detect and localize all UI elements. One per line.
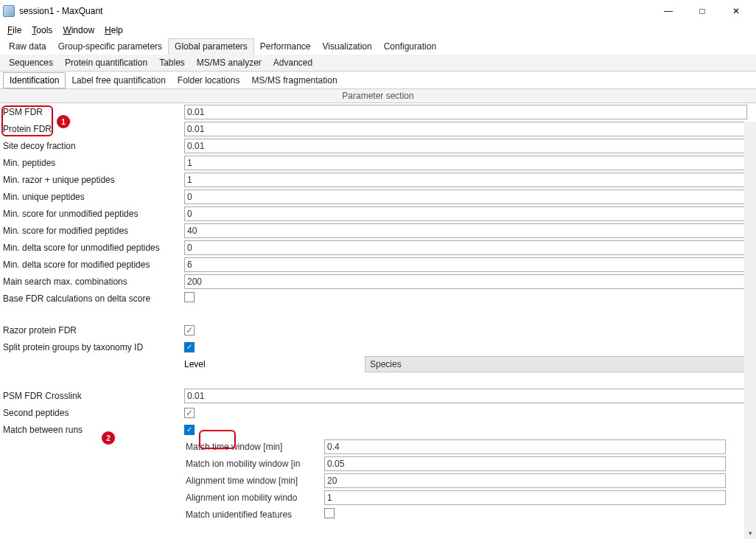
- title-bar: session1 - MaxQuant — □ ✕: [0, 0, 756, 22]
- psm-fdr-label: PSM FDR: [0, 107, 184, 117]
- tab-global-params[interactable]: Global parameters: [168, 38, 254, 55]
- protein-fdr-label: Protein FDR: [0, 124, 184, 134]
- align-ion-input[interactable]: [324, 490, 726, 505]
- min-score-m-input[interactable]: [184, 223, 747, 238]
- menu-help[interactable]: Help: [105, 25, 123, 35]
- scrollbar-track[interactable]: [744, 122, 756, 539]
- subtab-msms-analyzer[interactable]: MS/MS analyzer: [191, 55, 267, 70]
- menu-file[interactable]: File: [7, 25, 21, 35]
- parameter-section-header: Parameter section: [0, 88, 756, 103]
- tab-configuration[interactable]: Configuration: [378, 39, 442, 54]
- form-area: PSM FDR Protein FDR Site decoy fraction …: [0, 103, 756, 539]
- match-tw-label: Match time window [min]: [0, 442, 324, 452]
- maximize-button[interactable]: □: [685, 0, 719, 22]
- subtab-protein-quant[interactable]: Protein quantification: [59, 55, 153, 70]
- protein-fdr-input[interactable]: [184, 122, 747, 136]
- site-decoy-input[interactable]: [184, 139, 747, 153]
- psm-fdr-cl-label: PSM FDR Crosslink: [0, 391, 184, 401]
- tab-performance[interactable]: Performance: [254, 39, 317, 54]
- main-comb-label: Main search max. combinations: [0, 277, 184, 287]
- align-tw-input[interactable]: [324, 473, 726, 488]
- subtab-advanced[interactable]: Advanced: [267, 55, 318, 70]
- psm-fdr-cl-input[interactable]: [184, 389, 747, 403]
- second-pep-checkbox[interactable]: ✓: [184, 408, 195, 418]
- close-button[interactable]: ✕: [719, 0, 753, 22]
- min-pep-input[interactable]: [184, 156, 747, 170]
- match-unid-checkbox[interactable]: [324, 508, 335, 518]
- min-score-m-label: Min. score for modified peptides: [0, 226, 184, 236]
- min-delta-m-input[interactable]: [184, 257, 747, 272]
- menu-tools[interactable]: Tools: [32, 25, 52, 35]
- razor-fdr-checkbox[interactable]: ✓: [184, 325, 195, 335]
- split-tax-checkbox[interactable]: ✓: [184, 342, 195, 352]
- scroll-down-button[interactable]: ▾: [744, 527, 756, 539]
- level-label: Level: [184, 359, 365, 369]
- min-score-u-label: Min. score for unmodified peptides: [0, 209, 184, 219]
- menu-window[interactable]: Window: [63, 25, 94, 35]
- min-delta-m-label: Min. delta score for modified peptides: [0, 260, 184, 270]
- match-ion-label: Match ion mobility window [in: [0, 459, 324, 469]
- base-fdr-checkbox[interactable]: [184, 292, 195, 302]
- tab-group-params[interactable]: Group-specific parameters: [52, 39, 168, 54]
- main-tab-row: Raw data Group-specific parameters Globa…: [0, 38, 756, 55]
- main-comb-input[interactable]: [184, 274, 747, 289]
- window-title: session1 - MaxQuant: [19, 6, 102, 16]
- minimize-button[interactable]: —: [651, 0, 685, 22]
- mbr-label: Match between runs: [0, 425, 184, 435]
- min-razor-input[interactable]: [184, 173, 747, 187]
- menu-bar: File Tools Window Help: [0, 22, 756, 38]
- tab-visualization[interactable]: Visualization: [317, 39, 378, 54]
- match-tw-input[interactable]: [324, 439, 726, 454]
- subtab-folder-loc[interactable]: Folder locations: [172, 73, 246, 88]
- subtab-sequences[interactable]: Sequences: [3, 55, 59, 70]
- split-tax-label: Split protein groups by taxonomy ID: [0, 342, 184, 352]
- subtab-msms-frag[interactable]: MS/MS fragmentation: [246, 73, 343, 88]
- razor-fdr-label: Razor protein FDR: [0, 325, 184, 335]
- tab-raw-data[interactable]: Raw data: [3, 39, 52, 54]
- min-delta-u-input[interactable]: [184, 240, 747, 255]
- sub-tab-row-1: Sequences Protein quantification Tables …: [0, 55, 756, 71]
- min-razor-label: Min. razor + unique peptides: [0, 175, 184, 185]
- site-decoy-label: Site decoy fraction: [0, 141, 184, 151]
- match-unid-label: Match unidentified features: [0, 510, 324, 520]
- align-tw-label: Alignment time window [min]: [0, 476, 324, 486]
- mbr-checkbox[interactable]: ✓: [184, 425, 195, 435]
- min-unique-input[interactable]: [184, 189, 747, 204]
- level-select[interactable]: Species: [365, 356, 747, 372]
- psm-fdr-input[interactable]: [184, 105, 747, 119]
- subtab-tables[interactable]: Tables: [153, 55, 191, 70]
- app-icon: [3, 5, 15, 17]
- align-ion-label: Alignment ion mobility windo: [0, 493, 324, 503]
- window-controls: — □ ✕: [651, 0, 753, 22]
- match-ion-input[interactable]: [324, 456, 726, 471]
- sub-tab-row-2: Identification Label free quantification…: [0, 71, 756, 88]
- subtab-lfq[interactable]: Label free quantification: [66, 73, 171, 88]
- base-fdr-label: Base FDR calculations on delta score: [0, 293, 184, 304]
- min-pep-label: Min. peptides: [0, 158, 184, 168]
- subtab-identification[interactable]: Identification: [3, 72, 66, 88]
- second-pep-label: Second peptides: [0, 408, 184, 418]
- min-delta-u-label: Min. delta score for unmodified peptides: [0, 243, 184, 253]
- min-score-u-input[interactable]: [184, 206, 747, 221]
- min-unique-label: Min. unique peptides: [0, 192, 184, 202]
